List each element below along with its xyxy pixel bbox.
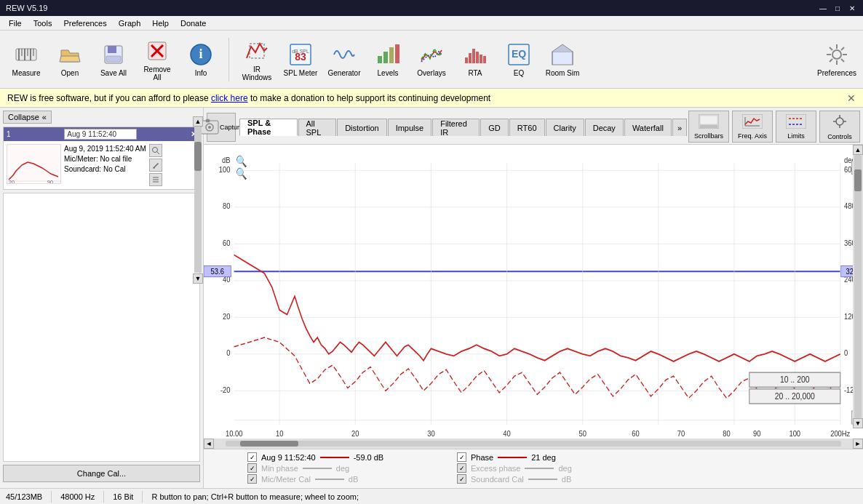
svg-text:0: 0	[226, 349, 230, 358]
measurement-info: 20 90 Aug 9, 2019 11:52:40 AM Mic/Meter:…	[4, 141, 199, 189]
scroll-down-arrow[interactable]: ▼	[193, 273, 203, 284]
remove-icon	[144, 38, 170, 64]
measure-button[interactable]: Measure	[6, 34, 47, 85]
svg-rect-24	[469, 53, 472, 63]
svg-rect-56	[206, 119, 210, 122]
hscroll-left[interactable]: ◄	[204, 439, 214, 449]
tab-more[interactable]: »	[672, 119, 687, 136]
tab-all-spl[interactable]: All SPL	[298, 119, 337, 136]
tab-clarity[interactable]: Clarity	[546, 119, 584, 136]
menu-tools[interactable]: Tools	[28, 17, 58, 29]
close-btn[interactable]: ✕	[847, 3, 857, 13]
menu-donate[interactable]: Donate	[175, 17, 212, 29]
graph-vscroll-up[interactable]: ▲	[853, 145, 863, 155]
toolbar: Measure Open Save All	[0, 31, 863, 89]
scroll-thumb[interactable]	[194, 142, 202, 171]
graph-vscroll-track	[854, 155, 862, 418]
tab-distortion[interactable]: Distortion	[337, 119, 386, 136]
graph-vscroll[interactable]: ▲ ▼	[853, 145, 863, 428]
hscroll-thumb[interactable]	[240, 441, 298, 447]
hscroll-right[interactable]: ►	[853, 439, 863, 449]
menu-graph[interactable]: Graph	[113, 17, 147, 29]
legend-value-3: dB	[349, 475, 392, 484]
svg-rect-22	[395, 44, 399, 63]
graph-vscroll-down[interactable]: ▼	[853, 418, 863, 428]
collapse-button[interactable]: Collapse «	[3, 111, 52, 124]
scrollbars-button[interactable]: Scrollbars	[688, 111, 729, 143]
room-sim-label: Room Sim	[546, 69, 580, 77]
svg-rect-26	[476, 52, 479, 63]
toolbar-sep-1	[228, 38, 229, 81]
room-sim-button[interactable]: Room Sim	[542, 34, 583, 85]
open-button[interactable]: Open	[49, 34, 90, 85]
svg-point-47	[152, 148, 157, 153]
donation-link[interactable]: click here	[211, 93, 248, 103]
tabs-row: Capture SPL & Phase All SPL Distortion I…	[204, 108, 863, 145]
measurement-icons	[149, 144, 162, 186]
svg-text:60: 60	[223, 239, 231, 247]
left-panel: Collapse « 1 ✕ 20 90	[0, 108, 204, 488]
info-button[interactable]: i Info	[180, 34, 221, 85]
tab-gd[interactable]: GD	[480, 119, 509, 136]
measurement-date-input[interactable]	[64, 129, 137, 140]
remove-all-button[interactable]: Remove All	[137, 34, 178, 85]
minimize-btn[interactable]: —	[818, 3, 828, 13]
save-all-button[interactable]: Save All	[93, 34, 134, 85]
svg-text:70: 70	[677, 430, 685, 439]
menu-preferences[interactable]: Preferences	[57, 17, 112, 29]
svg-rect-28	[483, 56, 486, 63]
legend-phase-check-3[interactable]: ✓	[457, 474, 466, 484]
freq-axis-button[interactable]: Freq. Axis	[732, 111, 773, 143]
controls-button[interactable]: Controls	[819, 111, 860, 143]
levels-icon	[375, 41, 401, 68]
graph-hscroll[interactable]: ◄ ►	[204, 439, 863, 449]
measurement-icon-edit[interactable]	[149, 159, 162, 172]
tab-filtered-ir[interactable]: Filtered IR	[432, 119, 480, 136]
svg-text:0: 0	[844, 349, 848, 358]
limits-button[interactable]: Limits	[776, 111, 816, 143]
legend-phase-check-2[interactable]: ✓	[457, 463, 466, 473]
spl-meter-button[interactable]: dB SPL 83 SPL Meter	[280, 34, 321, 85]
change-cal-button[interactable]: Change Cal...	[3, 465, 200, 482]
tab-spl-phase[interactable]: SPL & Phase	[239, 119, 298, 136]
graph-area[interactable]: dB 100 80 60 40 20 0 -20 deg 600 480 360…	[204, 145, 863, 439]
left-scrollbar[interactable]: ▲ ▼	[193, 116, 203, 488]
menu-help[interactable]: Help	[146, 17, 175, 29]
legend-check-2[interactable]: ✓	[247, 463, 257, 473]
notification-close[interactable]: ✕	[847, 92, 856, 104]
tab-rt60[interactable]: RT60	[509, 119, 545, 136]
legend-check-3[interactable]: ✓	[247, 474, 257, 484]
levels-button[interactable]: Levels	[367, 34, 408, 85]
info-label: Info	[195, 69, 207, 77]
svg-text:🔍: 🔍	[236, 155, 247, 169]
tab-impulse[interactable]: Impulse	[388, 119, 432, 136]
measurement-entry: 1 ✕ 20 90 Aug 9, 2019 11:52:40 AM Mic	[3, 127, 200, 190]
svg-text:🔍: 🔍	[236, 167, 247, 181]
legend-label-1: Aug 9 11:52:40	[261, 453, 316, 462]
scrollbars-icon	[699, 114, 719, 131]
legend-phase-check-1[interactable]: ✓	[457, 452, 466, 462]
tab-decay[interactable]: Decay	[585, 119, 624, 136]
capture-button[interactable]: Capture	[207, 113, 236, 142]
overlays-button[interactable]: Overlays	[411, 34, 452, 85]
preferences-button[interactable]: Preferences	[816, 34, 857, 85]
tab-waterfall[interactable]: Waterfall	[624, 119, 672, 136]
legend-check-1[interactable]: ✓	[247, 452, 257, 462]
open-icon	[57, 41, 83, 68]
menu-file[interactable]: File	[3, 17, 28, 29]
ir-windows-button[interactable]: IR Windows	[236, 34, 277, 85]
measurement-date-full: Aug 9, 2019 11:52:40 AM	[64, 144, 146, 154]
maximize-btn[interactable]: □	[832, 3, 843, 13]
generator-button[interactable]: Generator	[324, 34, 365, 85]
scrollbars-label: Scrollbars	[694, 132, 723, 140]
spl-meter-icon: dB SPL 83	[287, 41, 314, 68]
measurement-icon-zoom[interactable]	[149, 144, 162, 157]
measurement-header[interactable]: 1 ✕	[4, 127, 199, 141]
freq-axis-label: Freq. Axis	[738, 132, 767, 140]
rta-button[interactable]: RTA	[455, 34, 496, 85]
scroll-up-arrow[interactable]: ▲	[193, 116, 203, 127]
svg-text:50: 50	[578, 430, 586, 439]
measurement-icon-list[interactable]	[149, 173, 162, 186]
graph-vscroll-thumb[interactable]	[854, 169, 862, 191]
eq-button[interactable]: EQ EQ	[498, 34, 539, 85]
